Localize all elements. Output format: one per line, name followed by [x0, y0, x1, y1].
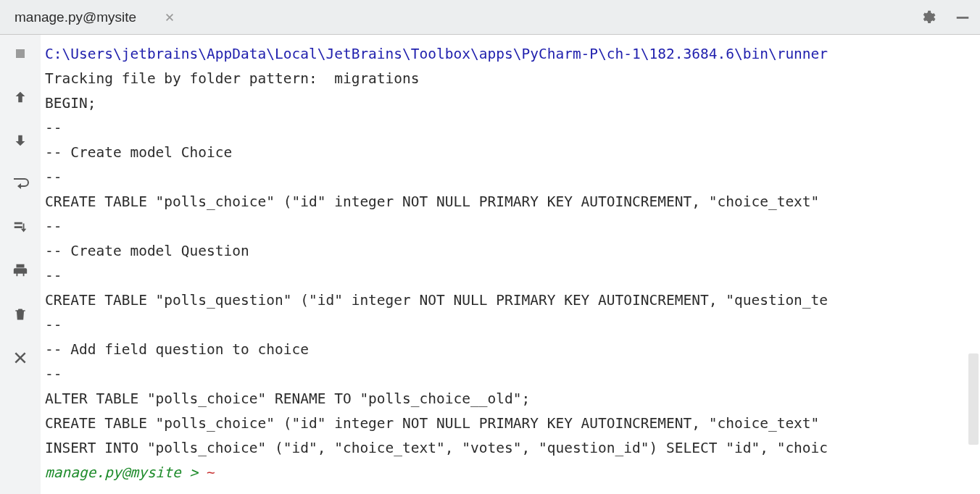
console-line: --: [45, 313, 976, 338]
tab-manage-py[interactable]: manage.py@mysite: [0, 0, 190, 34]
trash-icon[interactable]: [10, 304, 30, 325]
console-line: CREATE TABLE "polls_choice" ("id" intege…: [45, 190, 976, 214]
panel-body: C:\Users\jetbrains\AppData\Local\JetBrai…: [0, 35, 980, 494]
close-tab-icon[interactable]: [162, 10, 177, 25]
scrollbar-thumb[interactable]: [968, 353, 979, 445]
console-path-line: C:\Users\jetbrains\AppData\Local\JetBrai…: [45, 42, 976, 67]
arrow-up-icon[interactable]: [10, 87, 30, 107]
svg-rect-1: [16, 49, 25, 58]
console-line: CREATE TABLE "polls_question" ("id" inte…: [45, 288, 976, 313]
softwrap-icon[interactable]: [10, 174, 30, 194]
gear-icon[interactable]: [919, 9, 937, 26]
minimize-icon[interactable]: [954, 9, 971, 26]
close-icon[interactable]: [10, 348, 30, 368]
svg-rect-0: [957, 17, 969, 19]
console-line: -- Add field question to choice: [45, 338, 976, 362]
caret-icon: ~: [207, 464, 215, 481]
console-line: ALTER TABLE "polls_choice" RENAME TO "po…: [45, 387, 976, 411]
console-prompt[interactable]: manage.py@mysite > ~: [45, 461, 976, 485]
console-line: BEGIN;: [45, 91, 976, 116]
tabs-container: manage.py@mysite: [0, 0, 190, 34]
console-line: CREATE TABLE "polls_choice" ("id" intege…: [45, 411, 976, 436]
console-line: --: [45, 214, 976, 239]
console-line: Tracking file by folder pattern: migrati…: [45, 67, 976, 91]
prompt-text: manage.py@mysite >: [45, 464, 207, 481]
tab-bar: manage.py@mysite: [0, 0, 980, 35]
scroll-to-end-icon[interactable]: [10, 217, 30, 238]
console-line: --: [45, 165, 976, 190]
arrow-down-icon[interactable]: [10, 130, 30, 151]
toolbar-gutter: [0, 35, 41, 494]
console-line: --: [45, 116, 976, 141]
console-line: --: [45, 264, 976, 288]
console-output[interactable]: C:\Users\jetbrains\AppData\Local\JetBrai…: [41, 35, 980, 494]
console-line: -- Create model Question: [45, 239, 976, 264]
console-line: --: [45, 362, 976, 387]
header-actions: [919, 9, 971, 26]
console-line: INSERT INTO "polls_choice" ("id", "choic…: [45, 436, 976, 461]
print-icon[interactable]: [10, 261, 30, 281]
stop-icon[interactable]: [10, 43, 30, 64]
tab-title: manage.py@mysite: [14, 9, 136, 25]
console-line: -- Create model Choice: [45, 141, 976, 165]
